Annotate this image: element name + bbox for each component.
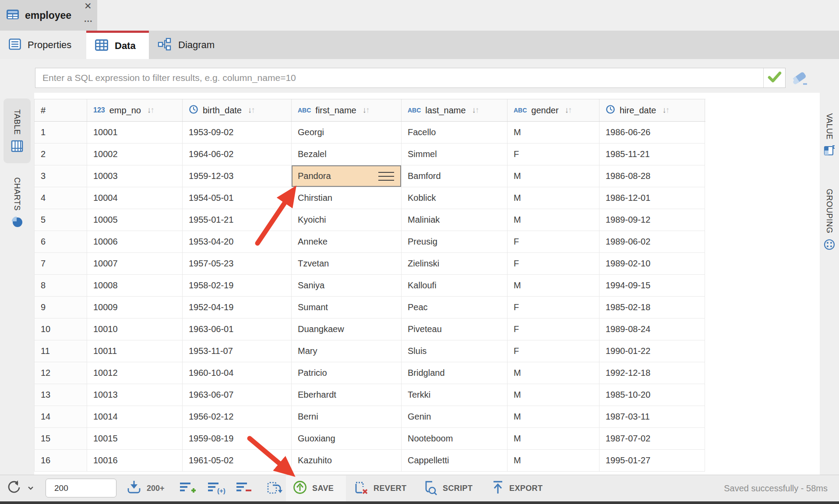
- grid-cell-emp_no[interactable]: 10008: [87, 275, 183, 297]
- rail-item-value[interactable]: VALUE: [820, 104, 839, 165]
- grid-cell-gender[interactable]: F: [508, 297, 599, 318]
- save-button[interactable]: SAVE: [293, 475, 334, 501]
- grid-cell-birth_date[interactable]: 1961-05-02: [183, 450, 292, 472]
- grid-cell-hire_date[interactable]: 1987-07-02: [599, 428, 705, 450]
- grid-cell-gender[interactable]: M: [508, 384, 599, 406]
- grid-cell-last_name[interactable]: Koblick: [402, 187, 508, 209]
- grid-cell-last_name[interactable]: Maliniak: [402, 209, 508, 231]
- row-number-cell[interactable]: 16: [34, 450, 87, 472]
- row-number-cell[interactable]: 1: [34, 122, 87, 144]
- rail-item-table[interactable]: TABLE: [4, 98, 31, 163]
- grid-cell-last_name[interactable]: Bamford: [402, 165, 508, 187]
- grid-cell-emp_no[interactable]: 10014: [87, 406, 183, 428]
- close-icon[interactable]: ✕: [84, 0, 92, 12]
- grid-cell-first_name[interactable]: Duangkaew: [292, 318, 402, 340]
- grid-cell-last_name[interactable]: Genin: [402, 406, 508, 428]
- grid-cell-first_name[interactable]: Sumant: [292, 297, 402, 318]
- grid-cell-birth_date[interactable]: 1957-05-23: [183, 253, 292, 275]
- grid-cell-emp_no[interactable]: 10003: [87, 165, 183, 187]
- grid-cell-gender[interactable]: M: [508, 122, 599, 144]
- grid-cell-birth_date[interactable]: 1963-06-01: [183, 318, 292, 340]
- grid-cell-hire_date[interactable]: 1987-03-11: [599, 406, 705, 428]
- grid-cell-gender[interactable]: F: [508, 231, 599, 253]
- grid-cell-last_name[interactable]: Terkki: [402, 384, 508, 406]
- grid-cell-emp_no[interactable]: 10013: [87, 384, 183, 406]
- grid-cell-last_name[interactable]: Sluis: [402, 340, 508, 362]
- refresh-button[interactable]: [6, 475, 34, 501]
- grid-cell-first_name[interactable]: Mary: [292, 340, 402, 362]
- row-number-cell[interactable]: 8: [34, 275, 87, 297]
- column-header-emp_no[interactable]: 123emp_no↓↑: [87, 99, 183, 121]
- grid-cell-last_name[interactable]: Nooteboom: [402, 428, 508, 450]
- column-header-first_name[interactable]: ABCfirst_name↓↑: [292, 99, 402, 121]
- grid-cell-emp_no[interactable]: 10001: [87, 122, 183, 144]
- row-number-cell[interactable]: 6: [34, 231, 87, 253]
- grid-cell-gender[interactable]: F: [508, 253, 599, 275]
- export-button[interactable]: EXPORT: [491, 475, 543, 501]
- grid-cell-gender[interactable]: M: [508, 187, 599, 209]
- grid-cell-hire_date[interactable]: 1992-12-18: [599, 362, 705, 384]
- grid-cell-first_name[interactable]: Guoxiang: [292, 428, 402, 450]
- grid-cell-gender[interactable]: F: [508, 318, 599, 340]
- grid-cell-first_name[interactable]: Tzvetan: [292, 253, 402, 275]
- row-number-cell[interactable]: 7: [34, 253, 87, 275]
- grid-cell-birth_date[interactable]: 1960-10-04: [183, 362, 292, 384]
- grid-cell-birth_date[interactable]: 1956-02-12: [183, 406, 292, 428]
- grid-cell-gender[interactable]: F: [508, 144, 599, 165]
- grid-cell-first_name[interactable]: Chirstian: [292, 187, 402, 209]
- grid-cell-emp_no[interactable]: 10007: [87, 253, 183, 275]
- clear-filter-eraser-icon[interactable]: [791, 70, 810, 89]
- grid-cell-emp_no[interactable]: 10004: [87, 187, 183, 209]
- grid-cell-birth_date[interactable]: 1958-02-19: [183, 275, 292, 297]
- sql-filter-input[interactable]: [35, 68, 763, 88]
- row-number-cell[interactable]: 2: [34, 144, 87, 165]
- grid-cell-hire_date[interactable]: 1985-11-21: [599, 144, 705, 165]
- column-header-rownum[interactable]: #: [34, 99, 87, 121]
- grid-cell-first_name[interactable]: Kyoichi: [292, 209, 402, 231]
- grid-cell-first_name[interactable]: Berni: [292, 406, 402, 428]
- grid-cell-birth_date[interactable]: 1953-11-07: [183, 340, 292, 362]
- grid-cell-birth_date[interactable]: 1953-04-20: [183, 231, 292, 253]
- column-header-gender[interactable]: ABCgender↓↑: [508, 99, 599, 121]
- column-header-last_name[interactable]: ABClast_name↓↑: [402, 99, 508, 121]
- cell-menu-icon[interactable]: [378, 172, 394, 181]
- grid-cell-hire_date[interactable]: 1985-02-18: [599, 297, 705, 318]
- grid-cell-gender[interactable]: M: [508, 165, 599, 187]
- grid-cell-last_name[interactable]: Piveteau: [402, 318, 508, 340]
- grid-cell-last_name[interactable]: Bridgland: [402, 362, 508, 384]
- selected-cell[interactable]: Pandora: [292, 165, 402, 187]
- row-number-cell[interactable]: 12: [34, 362, 87, 384]
- grid-cell-hire_date[interactable]: 1995-01-27: [599, 450, 705, 472]
- grid-cell-first_name[interactable]: Bezalel: [292, 144, 402, 165]
- grid-cell-hire_date[interactable]: 1986-12-01: [599, 187, 705, 209]
- grid-cell-last_name[interactable]: Facello: [402, 122, 508, 144]
- grid-cell-last_name[interactable]: Peac: [402, 297, 508, 318]
- grid-cell-hire_date[interactable]: 1989-09-12: [599, 209, 705, 231]
- grid-cell-birth_date[interactable]: 1953-09-02: [183, 122, 292, 144]
- column-header-birth_date[interactable]: birth_date↓↑: [183, 99, 292, 121]
- grid-cell-hire_date[interactable]: 1989-06-02: [599, 231, 705, 253]
- grid-cell-emp_no[interactable]: 10010: [87, 318, 183, 340]
- grid-cell-hire_date[interactable]: 1990-01-22: [599, 340, 705, 362]
- grid-cell-hire_date[interactable]: 1989-08-24: [599, 318, 705, 340]
- tab-data-active[interactable]: Data: [86, 31, 149, 59]
- grid-cell-first_name[interactable]: Georgi: [292, 122, 402, 144]
- rail-item-charts[interactable]: CHARTS: [4, 166, 31, 238]
- fetch-size-input[interactable]: [46, 479, 116, 497]
- editor-tab-employee[interactable]: employee: [0, 0, 97, 31]
- grid-cell-first_name[interactable]: Eberhardt: [292, 384, 402, 406]
- script-button[interactable]: SCRIPT: [421, 475, 472, 501]
- grid-cell-first_name[interactable]: Patricio: [292, 362, 402, 384]
- grid-cell-emp_no[interactable]: 10006: [87, 231, 183, 253]
- grid-cell-gender[interactable]: M: [508, 428, 599, 450]
- grid-cell-birth_date[interactable]: 1959-12-03: [183, 165, 292, 187]
- edit-value-button[interactable]: [266, 475, 283, 501]
- grid-cell-hire_date[interactable]: 1994-09-15: [599, 275, 705, 297]
- grid-cell-birth_date[interactable]: 1955-01-21: [183, 209, 292, 231]
- overflow-dots-icon[interactable]: ...: [84, 14, 93, 24]
- grid-cell-emp_no[interactable]: 10005: [87, 209, 183, 231]
- row-number-cell[interactable]: 9: [34, 297, 87, 318]
- grid-cell-emp_no[interactable]: 10009: [87, 297, 183, 318]
- grid-cell-hire_date[interactable]: 1989-02-10: [599, 253, 705, 275]
- grid-cell-gender[interactable]: M: [508, 209, 599, 231]
